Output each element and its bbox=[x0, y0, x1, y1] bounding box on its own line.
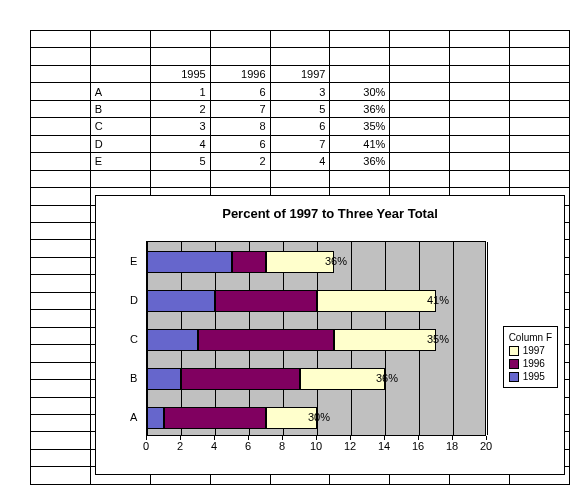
cell[interactable] bbox=[450, 135, 510, 152]
header-cell[interactable]: 1995 bbox=[150, 65, 210, 82]
data-cell[interactable]: 36% bbox=[330, 153, 390, 170]
data-cell[interactable]: 36% bbox=[330, 100, 390, 117]
data-cell[interactable]: 4 bbox=[150, 135, 210, 152]
data-cell[interactable]: 4 bbox=[270, 153, 330, 170]
cell[interactable] bbox=[330, 31, 390, 48]
cell[interactable] bbox=[510, 153, 570, 170]
cell[interactable] bbox=[270, 31, 330, 48]
cell[interactable] bbox=[390, 170, 450, 187]
cell[interactable] bbox=[390, 83, 450, 100]
cell[interactable] bbox=[31, 188, 91, 205]
cell[interactable] bbox=[390, 118, 450, 135]
data-cell[interactable]: 5 bbox=[150, 153, 210, 170]
data-cell[interactable]: 7 bbox=[270, 135, 330, 152]
row-label-cell[interactable]: B bbox=[90, 100, 150, 117]
row-label-cell[interactable]: A bbox=[90, 83, 150, 100]
row-label-cell[interactable]: C bbox=[90, 118, 150, 135]
cell[interactable] bbox=[31, 31, 91, 48]
cell[interactable] bbox=[31, 345, 91, 362]
cell[interactable] bbox=[90, 65, 150, 82]
data-cell[interactable]: 6 bbox=[270, 118, 330, 135]
cell[interactable] bbox=[31, 205, 91, 222]
cell[interactable] bbox=[330, 170, 390, 187]
data-cell[interactable]: 41% bbox=[330, 135, 390, 152]
cell[interactable] bbox=[31, 362, 91, 379]
cell[interactable] bbox=[31, 48, 91, 65]
cell[interactable] bbox=[31, 380, 91, 397]
cell[interactable] bbox=[210, 170, 270, 187]
cell[interactable] bbox=[31, 83, 91, 100]
cell[interactable] bbox=[510, 100, 570, 117]
cell[interactable] bbox=[31, 432, 91, 449]
cell[interactable] bbox=[510, 170, 570, 187]
cell[interactable] bbox=[150, 48, 210, 65]
cell[interactable] bbox=[450, 83, 510, 100]
cell[interactable] bbox=[150, 31, 210, 48]
cell[interactable] bbox=[330, 48, 390, 65]
cell[interactable] bbox=[450, 31, 510, 48]
cell[interactable] bbox=[450, 118, 510, 135]
data-cell[interactable]: 2 bbox=[150, 100, 210, 117]
cell[interactable] bbox=[90, 31, 150, 48]
data-cell[interactable]: 2 bbox=[210, 153, 270, 170]
header-cell[interactable]: 1997 bbox=[270, 65, 330, 82]
cell[interactable] bbox=[450, 65, 510, 82]
cell[interactable] bbox=[31, 100, 91, 117]
cell[interactable] bbox=[210, 31, 270, 48]
row-label-cell[interactable]: E bbox=[90, 153, 150, 170]
cell[interactable] bbox=[31, 135, 91, 152]
cell[interactable] bbox=[31, 153, 91, 170]
cell[interactable] bbox=[270, 48, 330, 65]
cell[interactable] bbox=[390, 100, 450, 117]
data-cell[interactable]: 35% bbox=[330, 118, 390, 135]
cell[interactable] bbox=[31, 310, 91, 327]
cell[interactable] bbox=[31, 275, 91, 292]
segment-1995 bbox=[147, 368, 181, 390]
data-cell[interactable]: 8 bbox=[210, 118, 270, 135]
cell[interactable] bbox=[390, 65, 450, 82]
segment-1997 bbox=[317, 290, 436, 312]
cell[interactable] bbox=[31, 327, 91, 344]
data-cell[interactable]: 5 bbox=[270, 100, 330, 117]
cell[interactable] bbox=[90, 170, 150, 187]
cell[interactable] bbox=[510, 83, 570, 100]
header-cell[interactable]: 1996 bbox=[210, 65, 270, 82]
cell[interactable] bbox=[31, 414, 91, 431]
cell[interactable] bbox=[510, 48, 570, 65]
data-cell[interactable]: 3 bbox=[270, 83, 330, 100]
cell[interactable] bbox=[31, 257, 91, 274]
data-cell[interactable]: 6 bbox=[210, 83, 270, 100]
cell[interactable] bbox=[450, 153, 510, 170]
cell[interactable] bbox=[450, 48, 510, 65]
cell[interactable] bbox=[270, 170, 330, 187]
cell[interactable] bbox=[31, 397, 91, 414]
data-cell[interactable]: 1 bbox=[150, 83, 210, 100]
cell[interactable] bbox=[31, 240, 91, 257]
cell[interactable] bbox=[510, 31, 570, 48]
data-cell[interactable]: 3 bbox=[150, 118, 210, 135]
cell[interactable] bbox=[450, 170, 510, 187]
cell[interactable] bbox=[330, 65, 390, 82]
cell[interactable] bbox=[31, 118, 91, 135]
cell[interactable] bbox=[390, 135, 450, 152]
row-label-cell[interactable]: D bbox=[90, 135, 150, 152]
cell[interactable] bbox=[90, 48, 150, 65]
cell[interactable] bbox=[390, 153, 450, 170]
cell[interactable] bbox=[31, 65, 91, 82]
data-cell[interactable]: 7 bbox=[210, 100, 270, 117]
data-cell[interactable]: 30% bbox=[330, 83, 390, 100]
cell[interactable] bbox=[31, 449, 91, 466]
cell[interactable] bbox=[31, 170, 91, 187]
cell[interactable] bbox=[210, 48, 270, 65]
cell[interactable] bbox=[450, 100, 510, 117]
cell[interactable] bbox=[510, 135, 570, 152]
cell[interactable] bbox=[390, 31, 450, 48]
data-cell[interactable]: 6 bbox=[210, 135, 270, 152]
cell[interactable] bbox=[510, 65, 570, 82]
cell[interactable] bbox=[390, 48, 450, 65]
cell[interactable] bbox=[31, 292, 91, 309]
cell[interactable] bbox=[510, 118, 570, 135]
cell[interactable] bbox=[31, 467, 91, 485]
cell[interactable] bbox=[150, 170, 210, 187]
cell[interactable] bbox=[31, 222, 91, 239]
